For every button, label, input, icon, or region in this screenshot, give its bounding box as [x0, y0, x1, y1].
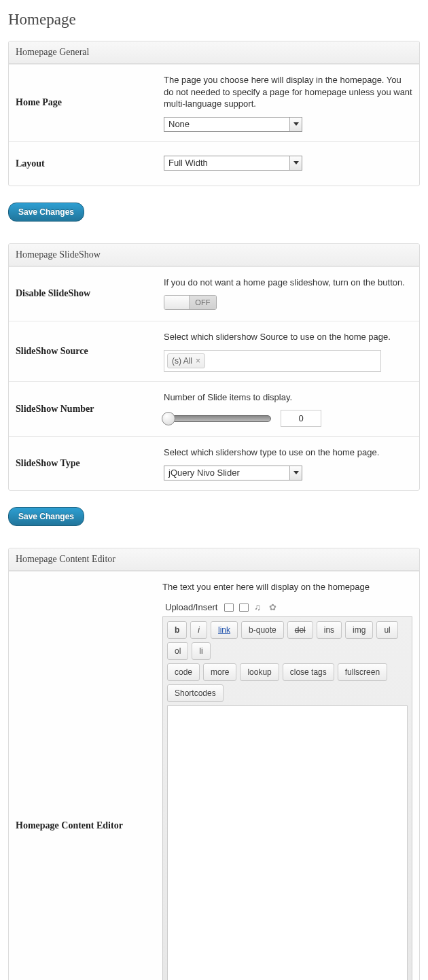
- panel-header-general: Homepage General: [9, 41, 419, 64]
- select-layout-value: Full Width: [164, 156, 289, 170]
- shortcodes-button[interactable]: Shortcodes: [167, 684, 224, 702]
- upload-insert-label: Upload/Insert: [165, 602, 217, 612]
- desc-disable-slideshow: If you do not want a home page slideshow…: [164, 277, 412, 289]
- tag-all: (s) All ×: [167, 353, 205, 368]
- panel-homepage-general: Homepage General Home Page The page you …: [8, 41, 420, 186]
- save-button[interactable]: Save Changes: [8, 507, 84, 526]
- italic-button[interactable]: i: [190, 621, 207, 639]
- select-slideshow-type-value: jQuery Nivo Slider: [164, 466, 289, 480]
- del-button[interactable]: del: [287, 621, 313, 639]
- chevron-down-icon[interactable]: [289, 466, 302, 480]
- bold-button[interactable]: b: [167, 621, 187, 639]
- select-layout[interactable]: Full Width: [164, 156, 302, 171]
- select-home-page[interactable]: None: [164, 117, 302, 132]
- chevron-down-icon[interactable]: [289, 118, 302, 131]
- label-slideshow-number: SlideShow Number: [9, 382, 157, 437]
- link-button[interactable]: link: [211, 621, 238, 639]
- row-home-page: Home Page The page you choose here will …: [9, 64, 419, 141]
- label-content-editor: Homepage Content Editor: [9, 572, 156, 980]
- more-button[interactable]: more: [203, 663, 236, 681]
- desc-home-page: The page you choose here will display in…: [164, 74, 412, 110]
- select-home-page-value: None: [164, 118, 289, 131]
- row-slideshow-type: SlideShow Type Select which slidershow t…: [9, 436, 419, 490]
- row-content-editor: Homepage Content Editor The text you ent…: [9, 571, 419, 980]
- panel-homepage-content-editor: Homepage Content Editor Homepage Content…: [8, 548, 420, 980]
- label-disable-slideshow: Disable SlideShow: [9, 267, 157, 321]
- panel-header-editor: Homepage Content Editor: [9, 548, 419, 571]
- slider-thumb[interactable]: [162, 412, 175, 425]
- close-tags-button[interactable]: close tags: [283, 663, 334, 681]
- tag-label: (s) All: [172, 356, 192, 366]
- img-button[interactable]: img: [345, 621, 373, 639]
- close-icon[interactable]: ×: [196, 356, 200, 366]
- toggle-state: OFF: [190, 296, 216, 309]
- lookup-button[interactable]: lookup: [240, 663, 279, 681]
- slideshow-number-value[interactable]: 0: [281, 410, 321, 427]
- li-button[interactable]: li: [192, 642, 210, 660]
- slider-slideshow-number[interactable]: [164, 415, 271, 422]
- ul-button[interactable]: ul: [376, 621, 397, 639]
- media-icon[interactable]: ✿: [269, 603, 279, 612]
- label-home-page: Home Page: [9, 65, 157, 141]
- image-icon[interactable]: [224, 603, 234, 612]
- row-slideshow-source: SlideShow Source Select which slidershow…: [9, 321, 419, 381]
- editor-toolbar-container: b i link b-quote del ins img ul ol li co…: [162, 616, 412, 980]
- label-slideshow-source: SlideShow Source: [9, 321, 157, 381]
- video-icon[interactable]: [239, 603, 249, 612]
- page-title: Homepage: [8, 11, 420, 29]
- row-disable-slideshow: Disable SlideShow If you do not want a h…: [9, 266, 419, 321]
- panel-homepage-slideshow: Homepage SlideShow Disable SlideShow If …: [8, 243, 420, 491]
- code-button[interactable]: code: [167, 663, 200, 681]
- row-layout: Layout Full Width: [9, 141, 419, 186]
- select-slideshow-type[interactable]: jQuery Nivo Slider: [164, 466, 302, 480]
- input-slideshow-source[interactable]: (s) All ×: [164, 350, 381, 372]
- upload-insert-bar: Upload/Insert ♫ ✿: [165, 602, 412, 612]
- panel-header-slideshow: Homepage SlideShow: [9, 244, 419, 266]
- ins-button[interactable]: ins: [317, 621, 342, 639]
- bquote-button[interactable]: b-quote: [241, 621, 284, 639]
- chevron-down-icon[interactable]: [289, 156, 302, 170]
- toggle-disable-slideshow[interactable]: OFF: [164, 295, 217, 310]
- fullscreen-button[interactable]: fullscreen: [338, 663, 387, 681]
- row-slideshow-number: SlideShow Number Number of Slide items t…: [9, 381, 419, 437]
- ol-button[interactable]: ol: [167, 642, 188, 660]
- desc-slideshow-source: Select which slidershow Source to use on…: [164, 331, 412, 343]
- label-layout: Layout: [9, 142, 157, 186]
- desc-slideshow-type: Select which slidershow type to use on t…: [164, 447, 412, 459]
- music-icon[interactable]: ♫: [254, 603, 264, 612]
- label-slideshow-type: SlideShow Type: [9, 437, 157, 490]
- desc-slideshow-number: Number of Slide items to display.: [164, 391, 412, 404]
- save-button[interactable]: Save Changes: [8, 203, 84, 222]
- content-editor-textarea[interactable]: [167, 705, 408, 980]
- desc-content-editor: The text you enter here will display on …: [162, 581, 412, 593]
